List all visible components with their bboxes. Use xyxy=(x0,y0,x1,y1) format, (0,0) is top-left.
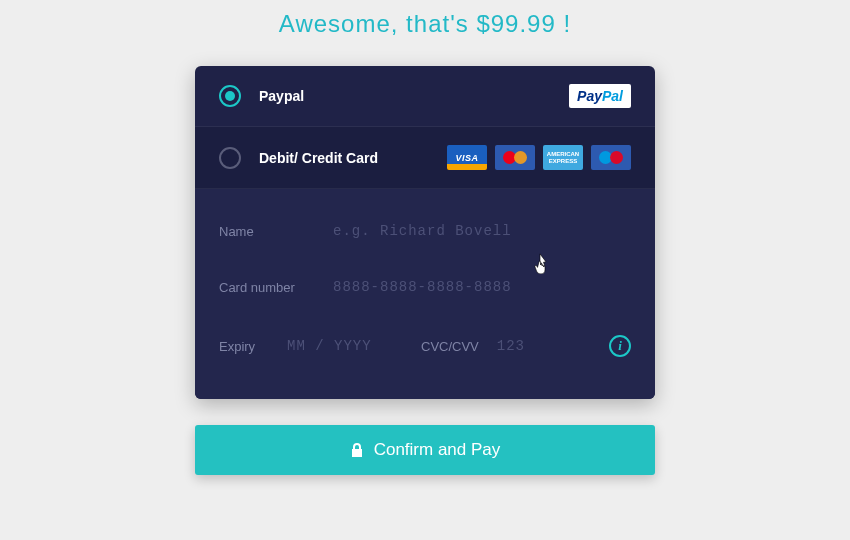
card-number-input[interactable] xyxy=(333,279,631,295)
name-input[interactable] xyxy=(333,223,631,239)
cvc-input[interactable] xyxy=(497,338,547,354)
mastercard-icon xyxy=(495,145,535,170)
cvc-info-icon[interactable]: i xyxy=(609,335,631,357)
paypal-label: Paypal xyxy=(259,88,304,104)
paypal-logo-icon: PayPal xyxy=(569,84,631,108)
card-form: Name Card number Expiry CVC/CVV i xyxy=(195,189,655,399)
visa-icon: VISA xyxy=(447,145,487,170)
page-title: Awesome, that's $99.99 ! xyxy=(279,10,571,38)
card-label: Debit/ Credit Card xyxy=(259,150,378,166)
expiry-input[interactable] xyxy=(287,338,377,354)
card-number-label: Card number xyxy=(219,280,315,295)
confirm-pay-button[interactable]: Confirm and Pay xyxy=(195,425,655,475)
payment-method-card[interactable]: Debit/ Credit Card VISA AMERICAN EXPRESS xyxy=(195,127,655,189)
radio-unselected-icon xyxy=(219,147,241,169)
lock-icon xyxy=(350,442,364,458)
amex-icon: AMERICAN EXPRESS xyxy=(543,145,583,170)
confirm-pay-label: Confirm and Pay xyxy=(374,440,501,460)
radio-selected-icon xyxy=(219,85,241,107)
payment-method-paypal[interactable]: Paypal PayPal xyxy=(195,66,655,127)
cvc-label: CVC/CVV xyxy=(421,339,479,354)
payment-panel: Paypal PayPal Debit/ Credit Card VISA AM… xyxy=(195,66,655,399)
maestro-icon xyxy=(591,145,631,170)
name-label: Name xyxy=(219,224,315,239)
expiry-label: Expiry xyxy=(219,339,269,354)
